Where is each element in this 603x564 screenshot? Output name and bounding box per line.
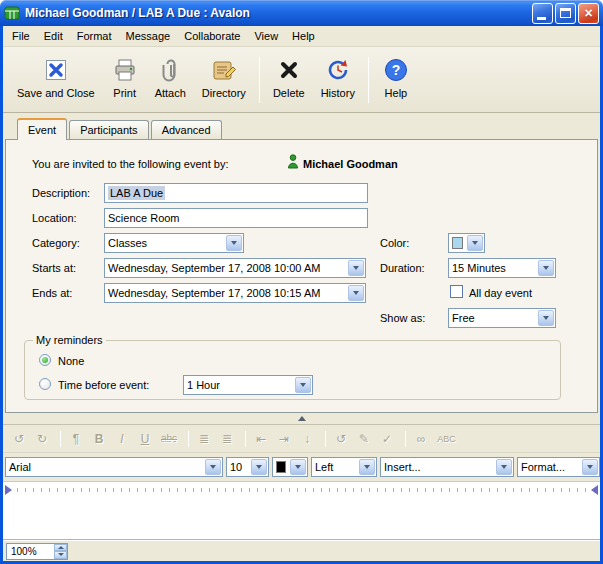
outdent-icon[interactable]: ⇤ bbox=[254, 432, 268, 446]
zoom-increase-button[interactable] bbox=[54, 544, 67, 552]
chevron-down-icon[interactable] bbox=[359, 459, 375, 475]
window-frame: File Edit Format Message Collaborate Vie… bbox=[0, 26, 603, 564]
all-day-checkbox[interactable] bbox=[450, 285, 463, 298]
underline-icon[interactable]: U bbox=[138, 432, 152, 446]
menu-collaborate[interactable]: Collaborate bbox=[177, 27, 247, 45]
save-close-icon bbox=[42, 56, 70, 84]
menu-file[interactable]: File bbox=[5, 27, 37, 45]
duration-select[interactable]: 15 Minutes bbox=[448, 258, 556, 278]
maximize-button[interactable] bbox=[555, 3, 576, 24]
app-icon bbox=[4, 5, 20, 21]
font-family-select[interactable]: Arial bbox=[5, 457, 223, 477]
chevron-down-icon[interactable] bbox=[226, 235, 242, 251]
tab-participants[interactable]: Participants bbox=[69, 120, 148, 139]
insert-marker-icon[interactable]: ↓ bbox=[300, 432, 314, 446]
category-select[interactable]: Classes bbox=[104, 233, 244, 253]
menu-message[interactable]: Message bbox=[119, 27, 178, 45]
undo-icon[interactable]: ↺ bbox=[12, 432, 26, 446]
chevron-down-icon[interactable] bbox=[538, 310, 554, 326]
format-select[interactable]: Format... bbox=[517, 457, 600, 477]
zoom-control[interactable]: 100% bbox=[6, 543, 68, 560]
window: Michael Goodman / LAB A Due : Avalon × F… bbox=[0, 0, 603, 564]
bullet-list-icon[interactable]: ≣ bbox=[197, 432, 211, 446]
color-select[interactable] bbox=[448, 233, 485, 253]
reminder-none-radio[interactable] bbox=[39, 354, 51, 366]
tab-advanced[interactable]: Advanced bbox=[151, 120, 222, 139]
tabstrip: Event Participants Advanced bbox=[3, 113, 600, 139]
reminder-time-label: Time before event: bbox=[58, 379, 149, 391]
starts-at-label: Starts at: bbox=[32, 262, 76, 274]
chevron-down-icon[interactable] bbox=[348, 260, 364, 276]
find-binoculars-icon[interactable]: ∞ bbox=[414, 432, 428, 446]
zoom-decrease-button[interactable] bbox=[54, 551, 67, 559]
description-input[interactable]: LAB A Due bbox=[104, 183, 368, 203]
align-select[interactable]: Left bbox=[311, 457, 377, 477]
down-arrow-icon bbox=[58, 553, 64, 556]
starts-at-select[interactable]: Wednesday, September 17, 2008 10:00 AM bbox=[104, 258, 366, 278]
minimize-button[interactable] bbox=[532, 3, 553, 24]
chevron-down-icon[interactable] bbox=[348, 285, 364, 301]
insert-select[interactable]: Insert... bbox=[380, 457, 514, 477]
edit-pencil-icon[interactable]: ✎ bbox=[357, 432, 371, 446]
chevron-down-icon[interactable] bbox=[538, 260, 554, 276]
attach-button[interactable]: Attach bbox=[147, 52, 194, 103]
check-icon[interactable]: ✓ bbox=[380, 432, 394, 446]
message-body[interactable] bbox=[3, 497, 600, 540]
ruler-ticks bbox=[17, 488, 586, 492]
redo-icon[interactable]: ↻ bbox=[35, 432, 49, 446]
directory-button[interactable]: Directory bbox=[194, 52, 254, 103]
close-icon: × bbox=[584, 6, 592, 20]
chevron-down-icon[interactable] bbox=[205, 459, 221, 475]
color-label: Color: bbox=[380, 237, 409, 249]
ruler-right-margin-marker[interactable] bbox=[591, 485, 598, 495]
font-size-select[interactable]: 10 bbox=[226, 457, 269, 477]
attach-icon bbox=[156, 56, 184, 84]
ruler-left-margin-marker[interactable] bbox=[5, 485, 12, 495]
chevron-down-icon[interactable] bbox=[582, 459, 598, 475]
indent-icon[interactable]: ⇥ bbox=[277, 432, 291, 446]
save-and-close-button[interactable]: Save and Close bbox=[9, 52, 103, 103]
up-arrow-icon bbox=[58, 546, 64, 549]
bold-icon[interactable]: B bbox=[92, 432, 106, 446]
tab-event[interactable]: Event bbox=[17, 118, 67, 140]
location-input[interactable]: Science Room bbox=[104, 208, 368, 228]
delete-button[interactable]: Delete bbox=[265, 52, 313, 103]
paragraph-icon[interactable]: ¶ bbox=[69, 432, 83, 446]
print-icon bbox=[111, 56, 139, 84]
ends-at-select[interactable]: Wednesday, September 17, 2008 10:15 AM bbox=[104, 283, 366, 303]
titlebar[interactable]: Michael Goodman / LAB A Due : Avalon × bbox=[0, 0, 603, 26]
print-button[interactable]: Print bbox=[103, 52, 147, 103]
splitter-bar[interactable] bbox=[3, 413, 600, 424]
reminders-groupbox: My reminders None Time before event: 1 H… bbox=[24, 340, 561, 400]
reminder-time-select[interactable]: 1 Hour bbox=[183, 375, 313, 395]
chevron-down-icon[interactable] bbox=[251, 459, 267, 475]
chevron-down-icon[interactable] bbox=[295, 377, 311, 393]
invited-by-text: You are invited to the following event b… bbox=[32, 158, 229, 170]
help-button[interactable]: ? Help bbox=[374, 52, 418, 103]
delete-icon bbox=[275, 56, 303, 84]
menubar: File Edit Format Message Collaborate Vie… bbox=[3, 26, 600, 47]
reminder-time-radio[interactable] bbox=[39, 378, 51, 390]
menu-format[interactable]: Format bbox=[70, 27, 119, 45]
all-day-label: All day event bbox=[469, 287, 532, 299]
strikethrough-icon[interactable]: abc bbox=[161, 433, 177, 444]
menu-edit[interactable]: Edit bbox=[37, 27, 70, 45]
zoom-spinner bbox=[54, 544, 67, 559]
show-as-select[interactable]: Free bbox=[448, 308, 556, 328]
menu-view[interactable]: View bbox=[247, 27, 285, 45]
chevron-down-icon[interactable] bbox=[496, 459, 512, 475]
zoom-level: 100% bbox=[7, 544, 54, 559]
font-color-swatch bbox=[276, 461, 286, 473]
history-button[interactable]: History bbox=[313, 52, 363, 103]
description-label: Description: bbox=[32, 187, 90, 199]
menu-help[interactable]: Help bbox=[285, 27, 322, 45]
italic-icon[interactable]: I bbox=[115, 432, 129, 446]
font-color-select[interactable] bbox=[272, 457, 308, 477]
spell-check-icon[interactable]: ABC bbox=[437, 434, 456, 444]
numbered-list-icon[interactable]: ≣ bbox=[220, 432, 234, 446]
chevron-down-icon[interactable] bbox=[467, 235, 483, 251]
chevron-down-icon[interactable] bbox=[290, 459, 306, 475]
close-button[interactable]: × bbox=[578, 3, 599, 24]
rotate-icon[interactable]: ↺ bbox=[334, 432, 348, 446]
collapse-up-icon[interactable] bbox=[298, 416, 306, 421]
